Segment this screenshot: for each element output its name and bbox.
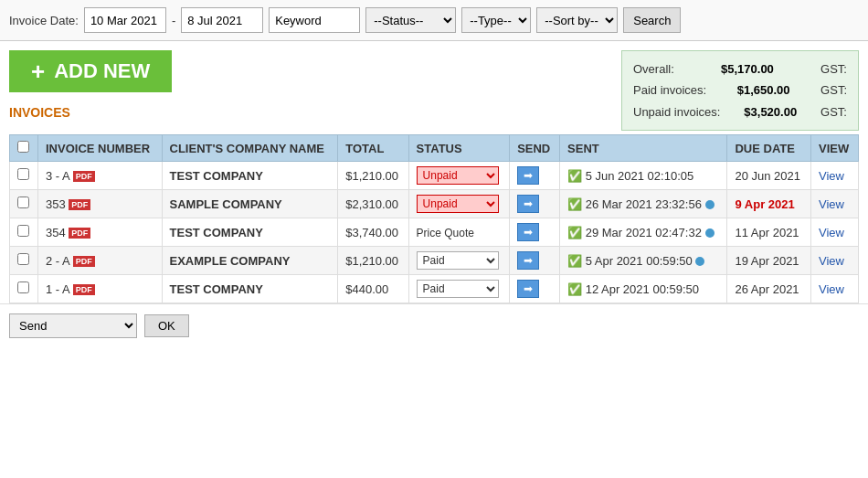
- send-button[interactable]: ➡: [517, 195, 539, 213]
- summary-box: Overall: $5,170.00 GST: Paid invoices: $…: [621, 50, 859, 131]
- view-link[interactable]: View: [819, 197, 844, 211]
- top-section: + ADD NEW INVOICES Overall: $5,170.00 GS…: [0, 41, 868, 134]
- invoices-table: INVOICE NUMBER CLIENT'S COMPANY NAME TOT…: [9, 134, 859, 303]
- row-checkbox[interactable]: [17, 168, 29, 180]
- type-select[interactable]: --Type-- Invoice Quote: [461, 7, 531, 33]
- total-amount: $440.00: [345, 282, 388, 296]
- send-cell: ➡: [510, 190, 560, 218]
- invoice-number-cell: 3 - A PDF: [38, 162, 163, 190]
- sort-select[interactable]: --Sort by-- Date Amount Client: [536, 7, 618, 33]
- company-name: TEST COMPANY: [170, 169, 263, 183]
- row-checkbox-cell: [10, 190, 38, 218]
- sent-date: 5 Jun 2021 02:10:05: [586, 169, 694, 183]
- table-container: INVOICE NUMBER CLIENT'S COMPANY NAME TOT…: [0, 134, 868, 303]
- plus-icon: +: [31, 59, 45, 83]
- date-to-input[interactable]: [181, 7, 263, 33]
- dot-indicator: [695, 257, 704, 266]
- header-sent: SENT: [560, 135, 727, 162]
- row-checkbox[interactable]: [17, 253, 29, 265]
- row-checkbox[interactable]: [17, 197, 29, 208]
- invoice-number: 3 - A: [46, 169, 69, 183]
- due-date-cell: 19 Apr 2021: [727, 247, 811, 275]
- company-name: TEST COMPANY: [170, 226, 263, 239]
- row-checkbox-cell: [10, 247, 38, 275]
- view-link[interactable]: View: [819, 226, 844, 239]
- status-text: Price Quote: [417, 227, 474, 239]
- status-select[interactable]: --Status-- Paid Unpaid Price Quote: [365, 7, 456, 33]
- overall-label: Overall:: [633, 58, 674, 80]
- date-from-input[interactable]: [84, 7, 166, 33]
- send-button[interactable]: ➡: [517, 251, 539, 270]
- sent-cell: ✅ 26 Mar 2021 23:32:56: [560, 190, 727, 218]
- status-dropdown[interactable]: UnpaidPaidPrice Quote: [417, 166, 499, 185]
- status-dropdown[interactable]: PaidUnpaidPrice Quote: [417, 251, 499, 270]
- overall-amount: $5,170.00: [721, 58, 774, 80]
- due-date-cell: 20 Jun 2021: [727, 162, 811, 190]
- invoice-number: 2 - A: [46, 254, 69, 268]
- pdf-icon[interactable]: PDF: [69, 228, 90, 239]
- summary-unpaid-row: Unpaid invoices: $3,520.00 GST:: [633, 101, 847, 122]
- due-date-cell: 26 Apr 2021: [727, 275, 811, 303]
- sent-date: 5 Apr 2021 00:59:50: [586, 254, 693, 268]
- ok-button[interactable]: OK: [144, 314, 189, 337]
- header-company-name: CLIENT'S COMPANY NAME: [162, 135, 338, 162]
- status-cell: UnpaidPaidPrice Quote: [408, 190, 510, 218]
- sent-date: 29 Mar 2021 02:47:32: [586, 226, 702, 239]
- pdf-icon[interactable]: PDF: [69, 199, 90, 210]
- search-button[interactable]: Search: [623, 7, 681, 33]
- sent-checkmark: ✅: [567, 282, 582, 296]
- left-top: + ADD NEW INVOICES: [9, 50, 172, 125]
- send-cell: ➡: [510, 218, 560, 247]
- row-checkbox-cell: [10, 162, 38, 190]
- total-cell: $3,740.00: [338, 218, 408, 247]
- company-name-cell: SAMPLE COMPANY: [162, 190, 338, 218]
- status-dropdown[interactable]: UnpaidPaidPrice Quote: [417, 195, 499, 213]
- total-cell: $2,310.00: [338, 190, 408, 218]
- total-cell: $1,210.00: [338, 247, 408, 275]
- view-cell: View: [811, 218, 859, 247]
- view-cell: View: [811, 247, 859, 275]
- status-cell: PaidUnpaidPrice Quote: [408, 275, 510, 303]
- invoices-heading: INVOICES: [9, 105, 172, 120]
- sent-cell: ✅ 5 Apr 2021 00:59:50: [560, 247, 727, 275]
- invoice-number-cell: 354 PDF: [38, 218, 163, 247]
- row-checkbox[interactable]: [17, 281, 29, 293]
- summary-overall-row: Overall: $5,170.00 GST:: [633, 58, 847, 80]
- sent-checkmark: ✅: [567, 254, 582, 268]
- header-send: SEND: [510, 135, 560, 162]
- view-link[interactable]: View: [819, 169, 844, 183]
- keyword-input[interactable]: [269, 7, 360, 33]
- due-date: 26 Apr 2021: [735, 282, 799, 296]
- total-amount: $1,210.00: [345, 169, 398, 183]
- dot-indicator: [705, 228, 715, 238]
- add-new-button[interactable]: + ADD NEW: [9, 50, 172, 92]
- send-cell: ➡: [510, 275, 560, 303]
- company-name-cell: EXAMPLE COMPANY: [162, 247, 338, 275]
- pdf-icon[interactable]: PDF: [73, 256, 95, 267]
- select-all-checkbox[interactable]: [17, 141, 29, 153]
- table-row: 3 - A PDFTEST COMPANY$1,210.00UnpaidPaid…: [10, 162, 859, 190]
- send-cell: ➡: [510, 247, 560, 275]
- sent-cell: ✅ 5 Jun 2021 02:10:05: [560, 162, 727, 190]
- send-button[interactable]: ➡: [517, 223, 539, 241]
- row-checkbox[interactable]: [17, 225, 29, 237]
- send-button[interactable]: ➡: [517, 280, 539, 298]
- invoice-date-label: Invoice Date:: [9, 14, 79, 27]
- view-cell: View: [811, 275, 859, 303]
- paid-amount: $1,650.00: [737, 80, 790, 101]
- send-button[interactable]: ➡: [517, 166, 539, 185]
- table-row: 354 PDFTEST COMPANY$3,740.00Price Quote➡…: [10, 218, 859, 247]
- status-cell: UnpaidPaidPrice Quote: [408, 162, 510, 190]
- view-link[interactable]: View: [819, 254, 844, 268]
- due-date-cell: 11 Apr 2021: [727, 218, 811, 247]
- pdf-icon[interactable]: PDF: [73, 171, 95, 182]
- sent-checkmark: ✅: [567, 197, 582, 211]
- view-link[interactable]: View: [819, 282, 844, 296]
- company-name-cell: TEST COMPANY: [162, 275, 338, 303]
- pdf-icon[interactable]: PDF: [73, 284, 95, 295]
- header-total: TOTAL: [338, 135, 408, 162]
- bulk-action-select[interactable]: Send Delete Mark Paid: [9, 313, 137, 338]
- status-dropdown[interactable]: PaidUnpaidPrice Quote: [417, 280, 499, 298]
- send-cell: ➡: [510, 162, 560, 190]
- sent-checkmark: ✅: [567, 226, 582, 239]
